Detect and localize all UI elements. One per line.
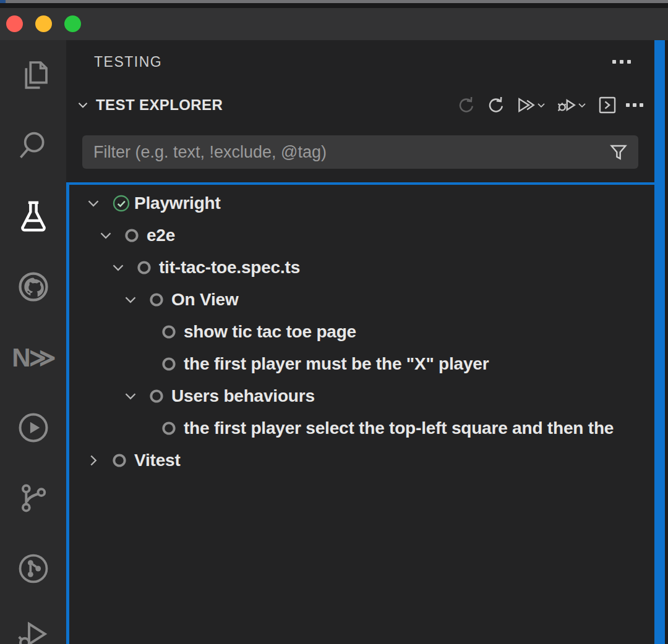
sidebar-resize-sash[interactable] bbox=[654, 40, 665, 644]
test-item-label: tit-tac-toe.spec.ts bbox=[159, 258, 300, 278]
refresh-tests-disabled-button bbox=[453, 91, 480, 119]
test-unset-icon bbox=[148, 292, 171, 308]
activity-item-run-preview[interactable] bbox=[0, 392, 66, 463]
refresh-icon bbox=[456, 95, 477, 116]
editor-edge bbox=[665, 40, 668, 644]
test-tree-item[interactable]: Vitest bbox=[69, 444, 654, 477]
test-tree-item[interactable]: e2e bbox=[69, 219, 654, 252]
test-item-label: Vitest bbox=[134, 451, 181, 470]
activity-item-nx-console[interactable]: N≫ bbox=[0, 322, 66, 392]
test-item-label: Playwright bbox=[134, 193, 221, 213]
source-control-icon bbox=[16, 481, 51, 515]
minimize-window-button[interactable] bbox=[35, 15, 52, 32]
vscode-window: N≫ bbox=[0, 0, 668, 644]
activity-bar: N≫ bbox=[0, 40, 66, 644]
test-tree-item[interactable]: show tic tac toe page bbox=[69, 316, 654, 348]
section-chevron-down-icon[interactable] bbox=[75, 97, 91, 113]
test-unset-icon bbox=[111, 452, 134, 468]
test-item-label: On View bbox=[171, 290, 239, 310]
pane-header: TESTING bbox=[66, 40, 654, 83]
explorer-icon bbox=[16, 58, 51, 93]
test-unset-icon bbox=[161, 324, 184, 340]
test-tree-item[interactable]: tit-tac-toe.spec.ts bbox=[69, 252, 654, 284]
test-item-label: show tic tac toe page bbox=[184, 322, 356, 342]
boxed-chevron-right-icon bbox=[597, 95, 618, 116]
section-title: TEST EXPLORER bbox=[96, 96, 223, 114]
activity-item-github[interactable] bbox=[0, 252, 66, 322]
test-tree-item[interactable]: On View bbox=[69, 284, 654, 316]
test-unset-icon bbox=[161, 420, 184, 436]
views-more-actions-button[interactable] bbox=[609, 56, 635, 67]
testing-beaker-icon bbox=[16, 199, 51, 234]
run-all-icon bbox=[515, 95, 536, 116]
test-tree-item[interactable]: Playwright bbox=[69, 187, 654, 219]
refresh-tests-button[interactable] bbox=[482, 91, 510, 119]
pane-title: TESTING bbox=[94, 54, 162, 70]
chevron-right-icon[interactable] bbox=[84, 451, 111, 470]
window-top-shadow bbox=[0, 3, 668, 8]
debug-all-tests-button[interactable] bbox=[553, 91, 591, 119]
test-tree: Playwrighte2etit-tac-toe.spec.tsOn Views… bbox=[66, 182, 654, 644]
test-item-label: the first player must be the "X" player bbox=[184, 354, 489, 374]
test-passed-icon bbox=[111, 193, 134, 213]
test-item-label: the first player select the top-left squ… bbox=[184, 418, 614, 438]
test-explorer-toolbar bbox=[453, 91, 646, 119]
test-tree-item[interactable]: the first player select the top-left squ… bbox=[69, 412, 654, 444]
chevron-down-icon[interactable] bbox=[121, 290, 148, 309]
activity-item-run-debug[interactable] bbox=[0, 604, 66, 644]
github-icon bbox=[16, 269, 51, 304]
close-window-button[interactable] bbox=[6, 15, 23, 32]
refresh-icon bbox=[486, 95, 507, 116]
test-explorer-section-header[interactable]: TEST EXPLORER bbox=[66, 83, 654, 127]
test-filter-input[interactable] bbox=[93, 143, 609, 162]
filter-row bbox=[66, 127, 654, 169]
chevron-down-icon bbox=[535, 99, 547, 111]
test-item-label: Users behaviours bbox=[171, 386, 315, 406]
more-actions-button[interactable] bbox=[623, 98, 646, 112]
test-unset-icon bbox=[161, 356, 184, 372]
activity-item-testing[interactable] bbox=[0, 181, 66, 252]
chevron-down-icon[interactable] bbox=[109, 258, 136, 277]
test-unset-icon bbox=[136, 260, 159, 276]
filter-box bbox=[82, 135, 638, 169]
nx-console-icon: N≫ bbox=[12, 342, 54, 373]
test-unset-icon bbox=[124, 227, 147, 244]
titlebar bbox=[0, 8, 668, 40]
debug-all-icon bbox=[556, 95, 577, 116]
test-item-label: e2e bbox=[147, 226, 175, 245]
search-icon bbox=[16, 129, 51, 163]
activity-item-git-graph[interactable] bbox=[0, 533, 66, 604]
chevron-down-icon[interactable] bbox=[121, 387, 148, 405]
zoom-window-button[interactable] bbox=[64, 15, 81, 32]
testing-sidebar: TESTING TEST EXPLORER bbox=[66, 40, 654, 644]
activity-item-source-control[interactable] bbox=[0, 463, 66, 533]
open-test-output-button[interactable] bbox=[594, 91, 621, 119]
activity-item-search[interactable] bbox=[0, 111, 66, 181]
chevron-down-icon[interactable] bbox=[96, 226, 124, 245]
activity-item-explorer[interactable] bbox=[0, 40, 66, 111]
git-graph-icon bbox=[16, 551, 51, 586]
run-all-tests-button[interactable] bbox=[512, 91, 550, 119]
test-tree-item[interactable]: Users behaviours bbox=[69, 380, 654, 412]
test-tree-item[interactable]: the first player must be the "X" player bbox=[69, 348, 654, 380]
chevron-down-icon bbox=[576, 99, 588, 111]
run-debug-icon bbox=[16, 617, 51, 644]
chevron-down-icon[interactable] bbox=[84, 194, 111, 213]
filter-funnel-icon[interactable] bbox=[609, 142, 628, 162]
test-unset-icon bbox=[148, 388, 171, 404]
play-circle-icon bbox=[16, 410, 51, 445]
